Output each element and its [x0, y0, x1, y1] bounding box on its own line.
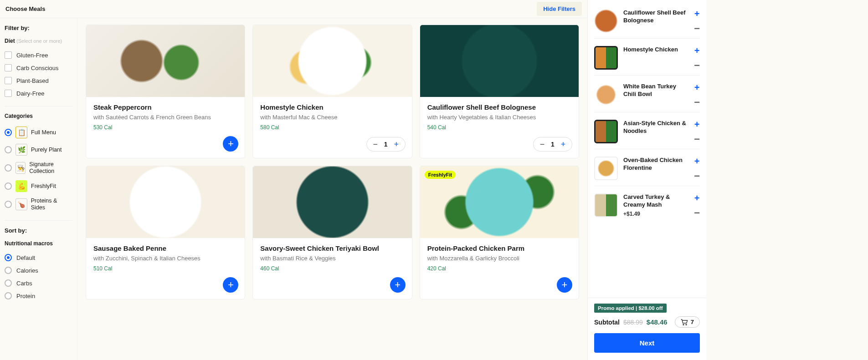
cart-item: White Bean Turkey Chili Bowl + −: [594, 79, 700, 112]
category-label: Full Menu: [31, 129, 56, 136]
radio-icon: [5, 129, 12, 136]
meal-card[interactable]: Sausage Baked Penne with Zucchini, Spina…: [86, 166, 245, 299]
cart-increment-button[interactable]: +: [694, 157, 700, 166]
cart-item-name: Carved Turkey & Creamy Mash: [623, 193, 688, 209]
sort-option-label: Protein: [16, 293, 35, 299]
qty-stepper[interactable]: − 1 +: [366, 137, 406, 152]
diet-option-gluten-free[interactable]: Gluten-Free: [5, 49, 72, 61]
category-signature-collection[interactable]: 👨‍🍳Signature Collection: [5, 158, 72, 177]
decrement-button[interactable]: −: [537, 139, 547, 149]
meal-card[interactable]: Savory-Sweet Chicken Teriyaki Bowl with …: [252, 166, 412, 299]
radio-icon: [5, 164, 12, 172]
meal-calories: 540 Cal: [427, 124, 571, 131]
meal-card[interactable]: Homestyle Chicken with Masterful Mac & C…: [252, 25, 412, 158]
meal-subtitle: with Mozzarella & Garlicky Broccoli: [427, 255, 571, 262]
meal-title: Protein-Packed Chicken Parm: [427, 244, 571, 252]
meal-calories: 530 Cal: [93, 124, 237, 131]
cart-decrement-button[interactable]: −: [694, 136, 700, 142]
cart-increment-button[interactable]: +: [694, 46, 700, 55]
sort-option-carbs[interactable]: Carbs: [5, 277, 72, 289]
hide-filters-button[interactable]: Hide Filters: [537, 2, 582, 16]
add-meal-button[interactable]: +: [557, 277, 572, 293]
add-meal-button[interactable]: +: [390, 277, 406, 293]
promo-badge: Promo applied | $28.00 off: [594, 304, 667, 313]
cart-increment-button[interactable]: +: [694, 193, 700, 203]
diet-option-label: Dairy-Free: [16, 90, 44, 97]
sort-option-label: Carbs: [16, 280, 32, 287]
meal-grid-area: Steak Peppercorn with Sautéed Carrots & …: [77, 18, 587, 360]
radio-icon: [5, 267, 12, 274]
diet-section-title: Diet (Select one or more): [5, 38, 72, 44]
meal-image: [253, 25, 411, 97]
sort-option-label: Calories: [16, 267, 38, 274]
meal-title: Savory-Sweet Chicken Teriyaki Bowl: [260, 244, 404, 252]
radio-icon: [5, 146, 12, 153]
cart-count: 7: [691, 319, 694, 325]
diet-option-label: Gluten-Free: [16, 52, 48, 59]
cart-count-pill[interactable]: 7: [675, 316, 700, 328]
sort-option-default[interactable]: Default: [5, 251, 72, 264]
meal-title: Homestyle Chicken: [260, 103, 404, 111]
meal-title: Sausage Baked Penne: [93, 244, 237, 252]
cart-item: Oven-Baked Chicken Florentine + −: [594, 153, 700, 186]
add-meal-button[interactable]: +: [223, 136, 238, 152]
meal-card[interactable]: FreshlyFit Protein-Packed Chicken Parm w…: [420, 166, 579, 299]
category-label: Signature Collection: [29, 161, 72, 175]
diet-option-label: Carb Conscious: [16, 65, 59, 71]
diet-option-plant-based[interactable]: Plant-Based: [5, 74, 72, 87]
add-meal-button[interactable]: +: [223, 277, 238, 293]
cart-decrement-button[interactable]: −: [694, 173, 700, 179]
category-label: FreshlyFit: [31, 183, 56, 190]
cart-item-name: White Bean Turkey Chili Bowl: [623, 83, 688, 98]
filter-sidebar: Filter by: Diet (Select one or more) Glu…: [0, 18, 77, 360]
category-freshlyfit[interactable]: 💪FreshlyFit: [5, 177, 72, 195]
increment-button[interactable]: +: [391, 139, 401, 149]
cart-decrement-button[interactable]: −: [694, 25, 700, 31]
cart-decrement-button[interactable]: −: [694, 62, 700, 68]
sort-option-calories[interactable]: Calories: [5, 264, 72, 277]
cart-item: Homestyle Chicken + −: [594, 42, 700, 76]
meal-image: [420, 25, 579, 97]
checkbox-icon: [5, 90, 12, 97]
decrement-button[interactable]: −: [370, 139, 380, 149]
meal-title: Steak Peppercorn: [93, 103, 237, 111]
meal-card[interactable]: Cauliflower Shell Beef Bolognese with He…: [420, 25, 579, 158]
meal-subtitle: with Hearty Vegetables & Italian Cheeses: [427, 114, 571, 121]
cart-increment-button[interactable]: +: [694, 9, 700, 18]
sort-option-label: Default: [16, 254, 35, 261]
category-icon: 📋: [15, 127, 27, 138]
cart-panel: Cauliflower Shell Beef Bolognese + − Hom…: [588, 0, 706, 360]
sort-section-label: Nutritional macros: [5, 240, 72, 247]
meal-image: [86, 166, 245, 238]
cart-item-thumb: [594, 9, 618, 33]
cart-decrement-button[interactable]: −: [694, 99, 700, 105]
cart-item-thumb: [594, 83, 618, 106]
qty-value: 1: [551, 141, 555, 148]
checkbox-icon: [5, 77, 12, 84]
cart-increment-button[interactable]: +: [694, 120, 700, 129]
sort-option-protein[interactable]: Protein: [5, 289, 72, 302]
category-purely-plant[interactable]: 🌿Purely Plant: [5, 141, 72, 158]
cart-increment-button[interactable]: +: [694, 83, 700, 92]
qty-stepper[interactable]: − 1 +: [533, 137, 572, 152]
diet-option-dairy-free[interactable]: Dairy-Free: [5, 87, 72, 100]
radio-icon: [5, 254, 12, 261]
category-proteins-sides[interactable]: 🍗Proteins & Sides: [5, 195, 72, 214]
radio-icon: [5, 201, 12, 208]
meal-calories: 420 Cal: [427, 265, 571, 272]
category-icon: 👨‍🍳: [15, 162, 26, 174]
cart-decrement-button[interactable]: −: [694, 210, 700, 216]
diet-option-carb-conscious[interactable]: Carb Conscious: [5, 61, 72, 74]
category-full-menu[interactable]: 📋Full Menu: [5, 124, 72, 141]
next-button[interactable]: Next: [594, 333, 700, 353]
cart-item-thumb: [594, 193, 618, 217]
category-icon: 🍗: [15, 198, 27, 210]
meal-card[interactable]: Steak Peppercorn with Sautéed Carrots & …: [86, 25, 245, 158]
category-icon: 💪: [15, 180, 27, 192]
radio-icon: [5, 183, 12, 190]
cart-item-thumb: [594, 46, 618, 70]
svg-point-0: [683, 324, 684, 325]
meal-calories: 460 Cal: [260, 265, 404, 272]
cart-footer: Promo applied | $28.00 off Subtotal $88.…: [588, 298, 706, 360]
increment-button[interactable]: +: [558, 139, 568, 149]
